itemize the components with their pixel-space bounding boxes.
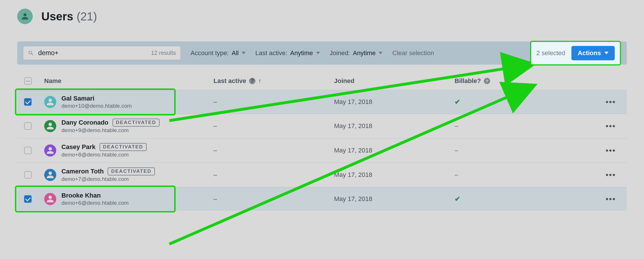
user-name-block[interactable]: Dany CoronadoDEACTIVATED demo+9@demo.hta… [61, 119, 160, 134]
table-row: Casey ParkDEACTIVATED demo+8@demo.htable… [17, 138, 627, 163]
user-name-block[interactable]: Gal Samari demo+10@demo.htable.com [61, 95, 132, 109]
filter-last-active-value: Anytime [290, 49, 313, 57]
row-menu-button[interactable]: ••• [604, 146, 617, 155]
row-checkbox[interactable] [24, 195, 32, 203]
user-avatar [44, 144, 56, 156]
row-menu-button[interactable]: ••• [604, 121, 617, 131]
table-row: Gal Samari demo+10@demo.htable.com – May… [17, 90, 627, 114]
page-title-wrap: Users (21) [41, 10, 97, 23]
user-name: Casey Park [61, 143, 96, 151]
selection-actions-panel: 2 selected Actions [530, 41, 621, 65]
row-menu-button[interactable]: ••• [604, 194, 617, 204]
row-menu-button[interactable]: ••• [604, 170, 617, 179]
chevron-down-icon [316, 52, 320, 54]
user-email: demo+8@demo.htable.com [61, 152, 147, 158]
filter-bar: 12 results Account type: All Last active… [17, 41, 627, 65]
row-checkbox[interactable] [24, 171, 32, 179]
billable-dash: – [455, 171, 458, 179]
user-name-block[interactable]: Brooke Khan demo+6@demo.htable.com [61, 192, 129, 206]
sort-asc-icon: ↑ [258, 77, 261, 85]
search-icon [28, 50, 34, 56]
row-checkbox[interactable] [24, 122, 32, 130]
help-icon[interactable]: ? [249, 78, 255, 84]
user-name: Dany Coronado [61, 119, 108, 126]
filter-account-type[interactable]: Account type: All [191, 49, 246, 57]
page-header: Users (21) [0, 0, 644, 30]
table-row: Cameron TothDEACTIVATED demo+7@demo.htab… [17, 163, 627, 187]
deactivated-badge: DEACTIVATED [112, 119, 160, 127]
help-icon[interactable]: ? [484, 78, 490, 84]
user-name: Cameron Toth [61, 168, 104, 175]
deactivated-badge: DEACTIVATED [100, 143, 147, 151]
page-title: Users [41, 10, 73, 23]
user-avatar [44, 120, 56, 132]
actions-button-label: Actions [578, 49, 601, 57]
billable-dash: – [455, 122, 458, 130]
last-active-value: – [214, 98, 217, 106]
filter-joined-value: Anytime [353, 49, 375, 57]
filter-last-active-label: Last active: [255, 49, 287, 57]
user-email: demo+7@demo.htable.com [61, 176, 155, 182]
table-header: Name Last active ? ↑ Joined Billable? ? [17, 72, 627, 90]
joined-value: May 17, 2018 [334, 195, 372, 202]
header-user-icon [17, 9, 33, 24]
billable-dash: – [455, 147, 458, 154]
filter-account-type-label: Account type: [191, 49, 229, 57]
last-active-value: – [214, 171, 217, 179]
col-last-active[interactable]: Last active ? ↑ [214, 77, 334, 85]
user-avatar [44, 193, 56, 205]
chevron-down-icon [379, 52, 383, 54]
user-avatar [44, 169, 56, 181]
filter-joined[interactable]: Joined: Anytime [330, 49, 383, 57]
user-name-block[interactable]: Cameron TothDEACTIVATED demo+7@demo.htab… [61, 167, 155, 182]
user-email: demo+9@demo.htable.com [61, 127, 160, 134]
table-row: Brooke Khan demo+6@demo.htable.com – May… [17, 187, 627, 211]
search-input[interactable] [38, 49, 151, 57]
clear-selection-link[interactable]: Clear selection [392, 49, 434, 57]
users-table: Name Last active ? ↑ Joined Billable? ? … [17, 72, 627, 211]
chevron-down-icon [604, 52, 608, 54]
actions-button[interactable]: Actions [571, 46, 615, 60]
check-icon: ✔ [455, 195, 460, 203]
page-count: (21) [77, 10, 97, 23]
user-email: demo+10@demo.htable.com [61, 103, 132, 109]
joined-value: May 17, 2018 [334, 122, 372, 130]
col-name[interactable]: Name [44, 77, 214, 85]
user-name: Brooke Khan [61, 192, 101, 199]
search-box[interactable]: 12 results [23, 46, 181, 60]
selected-count: 2 selected [536, 49, 565, 57]
user-email: demo+6@demo.htable.com [61, 200, 129, 206]
table-row: Dany CoronadoDEACTIVATED demo+9@demo.hta… [17, 114, 627, 138]
col-billable[interactable]: Billable? ? [455, 77, 552, 85]
filter-account-type-value: All [232, 49, 238, 57]
row-checkbox[interactable] [24, 147, 32, 154]
joined-value: May 17, 2018 [334, 147, 372, 154]
last-active-value: – [214, 195, 217, 203]
col-last-active-label: Last active [214, 77, 246, 85]
search-result-count: 12 results [151, 50, 176, 56]
check-icon: ✔ [455, 98, 460, 106]
row-checkbox[interactable] [24, 98, 32, 106]
last-active-value: – [214, 122, 217, 130]
filter-joined-label: Joined: [330, 49, 350, 57]
col-joined[interactable]: Joined [334, 77, 455, 85]
filter-last-active[interactable]: Last active: Anytime [255, 49, 320, 57]
row-menu-button[interactable]: ••• [604, 97, 617, 107]
chevron-down-icon [242, 52, 246, 54]
last-active-value: – [214, 147, 217, 154]
col-billable-label: Billable? [455, 77, 481, 85]
user-name-block[interactable]: Casey ParkDEACTIVATED demo+8@demo.htable… [61, 143, 147, 158]
joined-value: May 17, 2018 [334, 98, 372, 105]
select-all-checkbox[interactable] [24, 77, 32, 85]
joined-value: May 17, 2018 [334, 171, 372, 178]
user-avatar [44, 96, 56, 108]
deactivated-badge: DEACTIVATED [108, 167, 155, 175]
user-name: Gal Samari [61, 95, 94, 102]
